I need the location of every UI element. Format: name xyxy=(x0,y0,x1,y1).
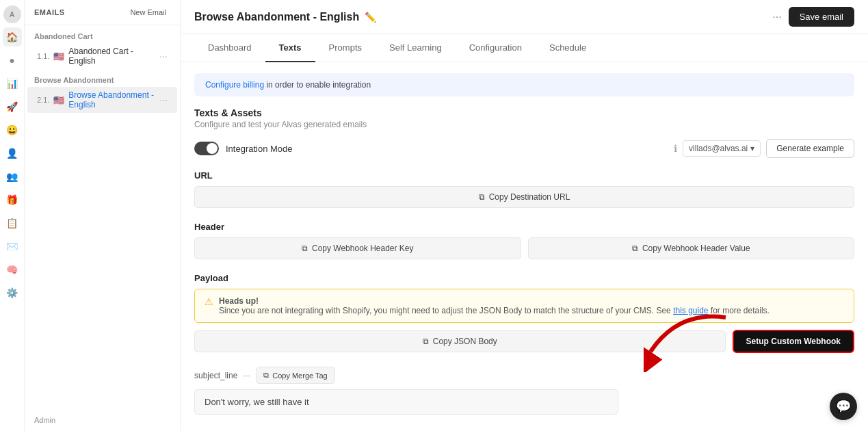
sidebar-item-num-2: 2.1. xyxy=(37,96,49,104)
texts-assets-heading: Texts & Assets xyxy=(194,107,854,118)
info-icon[interactable]: ℹ xyxy=(674,143,677,154)
user-icon[interactable]: 👤 xyxy=(3,144,22,163)
sidebar-item-label: Abandoned Cart - English xyxy=(68,47,159,66)
generate-example-button[interactable]: Generate example xyxy=(766,139,854,158)
tab-self-learning[interactable]: Self Learning xyxy=(376,34,456,62)
sidebar-item-flag: 🇺🇸 xyxy=(53,51,64,62)
email-value: villads@alvas.ai xyxy=(689,144,748,153)
integration-mode-label: Integration Mode xyxy=(226,144,293,154)
header-section: Header ⧉ Copy Webhook Header Key ⧉ Copy … xyxy=(194,222,854,259)
warning-icon: ⚠ xyxy=(205,296,213,315)
copy-key-label: Copy Webhook Header Key xyxy=(312,244,414,253)
copy-icon-2: ⧉ xyxy=(302,244,308,253)
subject-line-label: subject_line xyxy=(194,371,237,380)
email-icon[interactable]: ✉️ xyxy=(3,237,22,256)
setup-webhook-wrapper: Setup Custom Webhook xyxy=(733,330,854,353)
payload-section: Payload ⚠ Heads up! Since you are not in… xyxy=(194,273,854,353)
sidebar-bottom-label: Admin xyxy=(25,409,180,431)
sidebar-item-abandoned-cart[interactable]: 1.1. 🇺🇸 Abandoned Cart - English ··· xyxy=(27,43,177,69)
copy-destination-url-label: Copy Destination URL xyxy=(489,192,570,202)
sidebar-item-flag-2: 🇺🇸 xyxy=(53,95,64,105)
sidebar-item-browse-abandonment[interactable]: 2.1. 🇺🇸 Browse Abandonment - English ··· xyxy=(27,87,177,113)
url-section: URL ⧉ Copy Destination URL xyxy=(194,170,854,208)
emoji-icon[interactable]: 😀 xyxy=(3,120,22,140)
sidebar-section-browse-abandonment: Browse Abandonment xyxy=(25,69,180,87)
alert-banner: Configure billing in order to enable int… xyxy=(194,73,854,96)
sidebar-header: EMAILS New Email xyxy=(25,0,180,25)
tab-configuration[interactable]: Configuration xyxy=(456,34,536,62)
tab-schedule[interactable]: Schedule xyxy=(536,34,600,62)
tab-dashboard[interactable]: Dashboard xyxy=(194,34,265,62)
subject-line-value: Don't worry, we still have it xyxy=(194,389,618,415)
brain-icon[interactable]: 🧠 xyxy=(3,260,22,279)
more-options-icon[interactable]: ··· xyxy=(772,11,781,23)
content-area: Configure billing in order to enable int… xyxy=(181,62,868,431)
tab-prompts[interactable]: Prompts xyxy=(315,34,376,62)
circle-icon[interactable]: ● xyxy=(3,51,22,70)
sidebar-section-abandoned-cart: Abandoned Cart xyxy=(25,25,180,43)
new-email-button[interactable]: New Email xyxy=(126,7,170,18)
setup-custom-webhook-button[interactable]: Setup Custom Webhook xyxy=(733,330,854,353)
top-bar: Browse Abandonment - English ✏️ ··· Save… xyxy=(181,0,868,34)
edit-icon[interactable]: ✏️ xyxy=(365,12,376,23)
integration-mode-toggle[interactable] xyxy=(194,142,219,155)
sidebar-item-more-icon[interactable]: ··· xyxy=(159,51,168,62)
copy-icon-5: ⧉ xyxy=(263,371,269,380)
gift-icon[interactable]: 🎁 xyxy=(3,190,22,209)
copy-webhook-header-key-button[interactable]: ⧉ Copy Webhook Header Key xyxy=(194,237,521,259)
configure-billing-link[interactable]: Configure billing xyxy=(205,80,264,90)
rocket-icon[interactable]: 🚀 xyxy=(3,97,22,116)
chat-icon[interactable]: 💬 xyxy=(830,393,857,420)
sidebar: EMAILS New Email Abandoned Cart 1.1. 🇺🇸 … xyxy=(25,0,181,431)
sidebar-title: EMAILS xyxy=(34,8,65,16)
header-label: Header xyxy=(194,222,854,232)
integration-mode-row: Integration Mode ℹ villads@alvas.ai ▾ Ge… xyxy=(194,139,854,158)
tabs-bar: Dashboard Texts Prompts Self Learning Co… xyxy=(181,34,868,62)
warning-text: Since you are not integrating with Shopi… xyxy=(219,306,671,315)
chevron-down-icon: ▾ xyxy=(750,144,754,153)
copy-merge-label: Copy Merge Tag xyxy=(272,371,328,380)
avatar-icon[interactable]: A xyxy=(3,5,21,23)
home-icon[interactable]: 🏠 xyxy=(3,27,22,47)
copy-json-label: Copy JSON Body xyxy=(433,337,497,346)
payload-label: Payload xyxy=(194,273,854,283)
copy-merge-tag-button[interactable]: ⧉ Copy Merge Tag xyxy=(256,367,335,384)
copy-icon-3: ⧉ xyxy=(632,244,638,253)
this-guide-link[interactable]: this guide xyxy=(673,306,708,315)
copy-icon-4: ⧉ xyxy=(423,337,429,346)
sidebar-item-num: 1.1. xyxy=(37,52,49,60)
copy-value-label: Copy Webhook Header Value xyxy=(642,244,750,253)
copy-destination-url-button[interactable]: ⧉ Copy Destination URL xyxy=(194,186,854,208)
copy-icon: ⧉ xyxy=(479,192,485,202)
main-content: Browse Abandonment - English ✏️ ··· Save… xyxy=(181,0,868,431)
page-title: Browse Abandonment - English xyxy=(194,11,359,23)
settings-icon[interactable]: ⚙️ xyxy=(3,283,22,302)
texts-assets-subheading: Configure and test your Alvas generated … xyxy=(194,120,854,129)
subject-line-section: subject_line ··· ⧉ Copy Merge Tag Don't … xyxy=(194,367,854,415)
warning-end: for more details. xyxy=(711,306,770,315)
sidebar-item-more-icon-2[interactable]: ··· xyxy=(159,94,168,105)
users-icon[interactable]: 👥 xyxy=(3,167,22,186)
alert-text: in order to enable integration xyxy=(266,80,371,90)
save-email-button[interactable]: Save email xyxy=(789,7,854,27)
payload-warning: ⚠ Heads up! Since you are not integratin… xyxy=(194,289,854,323)
clipboard-icon[interactable]: 📋 xyxy=(3,213,22,233)
copy-json-body-button[interactable]: ⧉ Copy JSON Body xyxy=(194,330,726,352)
url-label: URL xyxy=(194,170,854,181)
tab-texts[interactable]: Texts xyxy=(265,34,315,62)
sidebar-item-label-2: Browse Abandonment - English xyxy=(68,90,159,109)
email-selector[interactable]: villads@alvas.ai ▾ xyxy=(683,140,761,157)
payload-actions: ⧉ Copy JSON Body Setup Custom Webhook xyxy=(194,330,854,353)
copy-webhook-header-value-button[interactable]: ⧉ Copy Webhook Header Value xyxy=(528,237,855,259)
subject-dots-icon[interactable]: ··· xyxy=(243,370,250,380)
icon-bar: A 🏠 ● 📊 🚀 😀 👤 👥 🎁 📋 ✉️ 🧠 ⚙️ xyxy=(0,0,25,431)
chart-icon[interactable]: 📊 xyxy=(3,74,22,93)
warning-title: Heads up! xyxy=(219,296,259,306)
